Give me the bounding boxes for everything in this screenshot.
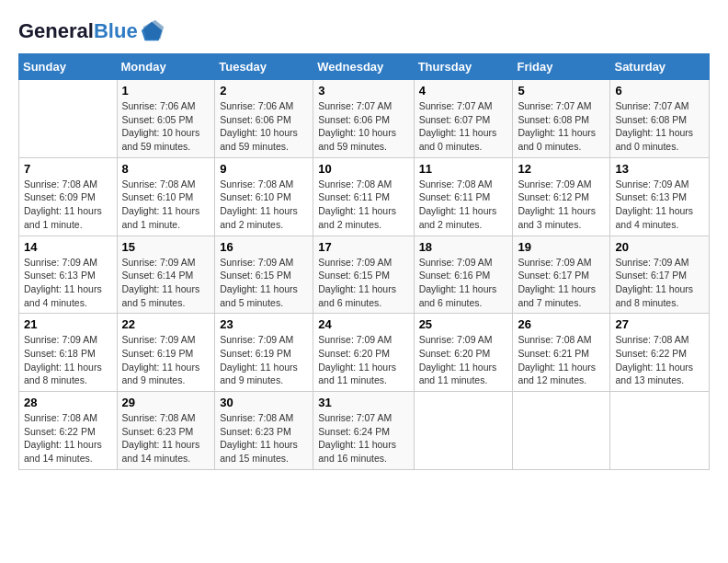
day-info: Sunrise: 7:09 AMSunset: 6:12 PMDaylight:… [518, 178, 605, 232]
svg-marker-1 [142, 20, 163, 40]
day-info: Sunrise: 7:07 AMSunset: 6:08 PMDaylight:… [615, 99, 704, 154]
day-number: 15 [122, 240, 210, 254]
calendar-cell: 12Sunrise: 7:09 AMSunset: 6:12 PMDayligh… [513, 157, 610, 236]
calendar-cell: 28Sunrise: 7:08 AMSunset: 6:22 PMDayligh… [19, 392, 118, 470]
calendar-cell: 1Sunrise: 7:06 AMSunset: 6:05 PMDaylight… [117, 80, 215, 158]
day-number: 5 [518, 84, 605, 98]
calendar-cell: 18Sunrise: 7:09 AMSunset: 6:16 PMDayligh… [414, 236, 513, 314]
day-number: 26 [518, 317, 605, 331]
day-info: Sunrise: 7:09 AMSunset: 6:13 PMDaylight:… [615, 178, 704, 232]
calendar-cell: 20Sunrise: 7:09 AMSunset: 6:17 PMDayligh… [610, 236, 710, 314]
calendar-cell: 23Sunrise: 7:09 AMSunset: 6:19 PMDayligh… [215, 314, 313, 392]
day-number: 29 [122, 396, 210, 409]
col-header-saturday: Saturday [610, 54, 710, 80]
calendar-cell: 22Sunrise: 7:09 AMSunset: 6:19 PMDayligh… [117, 314, 215, 392]
day-number: 20 [615, 240, 704, 254]
day-number: 17 [318, 240, 408, 254]
page-header: GeneralBlue [18, 18, 710, 44]
calendar-cell: 5Sunrise: 7:07 AMSunset: 6:08 PMDaylight… [513, 80, 610, 158]
day-number: 31 [318, 396, 408, 409]
day-info: Sunrise: 7:09 AMSunset: 6:20 PMDaylight:… [419, 333, 508, 387]
day-info: Sunrise: 7:07 AMSunset: 6:06 PMDaylight:… [318, 99, 408, 154]
calendar-cell: 17Sunrise: 7:09 AMSunset: 6:15 PMDayligh… [313, 236, 414, 314]
day-number: 6 [615, 84, 704, 98]
calendar-cell [19, 80, 118, 158]
day-number: 9 [220, 162, 308, 176]
day-number: 1 [122, 84, 210, 98]
day-number: 11 [419, 162, 508, 176]
day-number: 10 [318, 162, 408, 176]
day-number: 18 [419, 240, 508, 254]
day-info: Sunrise: 7:09 AMSunset: 6:17 PMDaylight:… [615, 256, 704, 310]
day-info: Sunrise: 7:09 AMSunset: 6:16 PMDaylight:… [419, 256, 508, 310]
day-info: Sunrise: 7:09 AMSunset: 6:15 PMDaylight:… [220, 256, 308, 310]
col-header-tuesday: Tuesday [215, 54, 313, 80]
calendar-cell: 27Sunrise: 7:08 AMSunset: 6:22 PMDayligh… [610, 314, 710, 392]
day-number: 14 [24, 240, 112, 254]
calendar-cell: 30Sunrise: 7:08 AMSunset: 6:23 PMDayligh… [215, 392, 313, 470]
day-info: Sunrise: 7:08 AMSunset: 6:23 PMDaylight:… [122, 411, 210, 465]
day-info: Sunrise: 7:07 AMSunset: 6:07 PMDaylight:… [419, 99, 508, 154]
day-info: Sunrise: 7:08 AMSunset: 6:10 PMDaylight:… [122, 178, 210, 232]
calendar-cell: 14Sunrise: 7:09 AMSunset: 6:13 PMDayligh… [19, 236, 118, 314]
calendar-cell: 6Sunrise: 7:07 AMSunset: 6:08 PMDaylight… [610, 80, 710, 158]
day-info: Sunrise: 7:09 AMSunset: 6:15 PMDaylight:… [318, 256, 408, 310]
day-number: 7 [24, 162, 112, 176]
day-info: Sunrise: 7:06 AMSunset: 6:06 PMDaylight:… [220, 99, 308, 154]
col-header-thursday: Thursday [414, 54, 513, 80]
logo-icon [140, 18, 165, 44]
day-number: 2 [220, 84, 308, 98]
day-info: Sunrise: 7:08 AMSunset: 6:10 PMDaylight:… [220, 178, 308, 232]
day-info: Sunrise: 7:07 AMSunset: 6:24 PMDaylight:… [318, 411, 408, 465]
calendar-cell: 25Sunrise: 7:09 AMSunset: 6:20 PMDayligh… [414, 314, 513, 392]
col-header-monday: Monday [117, 54, 215, 80]
day-info: Sunrise: 7:09 AMSunset: 6:17 PMDaylight:… [518, 256, 605, 310]
day-number: 19 [518, 240, 605, 254]
day-info: Sunrise: 7:08 AMSunset: 6:11 PMDaylight:… [419, 178, 508, 232]
day-number: 4 [419, 84, 508, 98]
logo: GeneralBlue [18, 18, 165, 44]
day-info: Sunrise: 7:07 AMSunset: 6:08 PMDaylight:… [518, 99, 605, 154]
day-info: Sunrise: 7:08 AMSunset: 6:22 PMDaylight:… [615, 333, 704, 387]
calendar-cell: 21Sunrise: 7:09 AMSunset: 6:18 PMDayligh… [19, 314, 118, 392]
calendar-cell: 9Sunrise: 7:08 AMSunset: 6:10 PMDaylight… [215, 157, 313, 236]
calendar-cell: 15Sunrise: 7:09 AMSunset: 6:14 PMDayligh… [117, 236, 215, 314]
calendar-cell: 16Sunrise: 7:09 AMSunset: 6:15 PMDayligh… [215, 236, 313, 314]
col-header-wednesday: Wednesday [313, 54, 414, 80]
calendar-cell [513, 392, 610, 470]
calendar-cell: 26Sunrise: 7:08 AMSunset: 6:21 PMDayligh… [513, 314, 610, 392]
day-number: 27 [615, 317, 704, 331]
day-info: Sunrise: 7:08 AMSunset: 6:22 PMDaylight:… [24, 411, 112, 465]
day-number: 16 [220, 240, 308, 254]
calendar-cell: 3Sunrise: 7:07 AMSunset: 6:06 PMDaylight… [313, 80, 414, 158]
day-number: 21 [24, 317, 112, 331]
calendar-cell: 31Sunrise: 7:07 AMSunset: 6:24 PMDayligh… [313, 392, 414, 470]
day-number: 8 [122, 162, 210, 176]
day-number: 24 [318, 317, 408, 331]
day-info: Sunrise: 7:09 AMSunset: 6:19 PMDaylight:… [220, 333, 308, 387]
day-number: 30 [220, 396, 308, 409]
day-info: Sunrise: 7:09 AMSunset: 6:13 PMDaylight:… [24, 256, 112, 310]
calendar-cell: 7Sunrise: 7:08 AMSunset: 6:09 PMDaylight… [19, 157, 118, 236]
day-info: Sunrise: 7:08 AMSunset: 6:21 PMDaylight:… [518, 333, 605, 387]
day-number: 28 [24, 396, 112, 409]
calendar-cell: 8Sunrise: 7:08 AMSunset: 6:10 PMDaylight… [117, 157, 215, 236]
logo-text: GeneralBlue [18, 20, 138, 42]
calendar-cell: 2Sunrise: 7:06 AMSunset: 6:06 PMDaylight… [215, 80, 313, 158]
calendar-cell [610, 392, 710, 470]
calendar-cell: 13Sunrise: 7:09 AMSunset: 6:13 PMDayligh… [610, 157, 710, 236]
day-info: Sunrise: 7:08 AMSunset: 6:09 PMDaylight:… [24, 178, 112, 232]
day-number: 22 [122, 317, 210, 331]
calendar-cell: 24Sunrise: 7:09 AMSunset: 6:20 PMDayligh… [313, 314, 414, 392]
calendar-table: SundayMondayTuesdayWednesdayThursdayFrid… [18, 53, 710, 470]
calendar-cell: 11Sunrise: 7:08 AMSunset: 6:11 PMDayligh… [414, 157, 513, 236]
calendar-cell: 29Sunrise: 7:08 AMSunset: 6:23 PMDayligh… [117, 392, 215, 470]
day-number: 12 [518, 162, 605, 176]
day-info: Sunrise: 7:08 AMSunset: 6:11 PMDaylight:… [318, 178, 408, 232]
day-info: Sunrise: 7:09 AMSunset: 6:14 PMDaylight:… [122, 256, 210, 310]
calendar-cell [414, 392, 513, 470]
day-info: Sunrise: 7:08 AMSunset: 6:23 PMDaylight:… [220, 411, 308, 465]
day-number: 3 [318, 84, 408, 98]
col-header-sunday: Sunday [19, 54, 118, 80]
col-header-friday: Friday [513, 54, 610, 80]
